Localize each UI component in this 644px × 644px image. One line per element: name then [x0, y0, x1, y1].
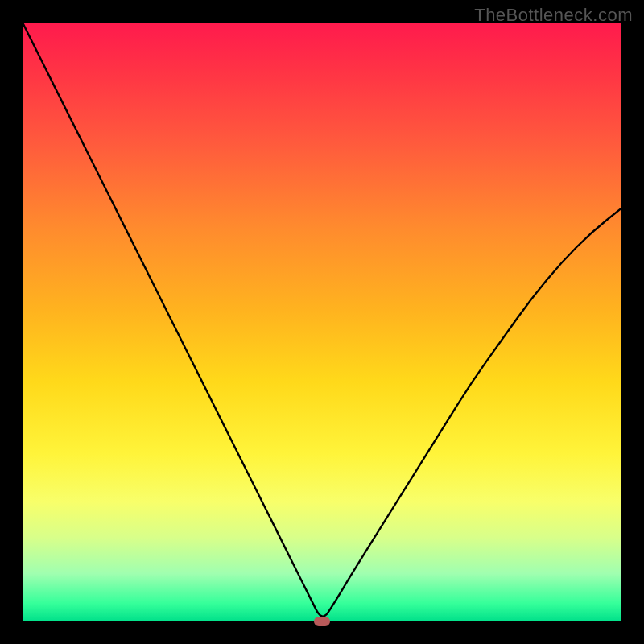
- watermark-text: TheBottleneck.com: [474, 5, 633, 26]
- optimal-point-marker: [314, 617, 330, 626]
- curve-path: [23, 23, 621, 617]
- bottleneck-curve: [23, 23, 621, 621]
- chart-frame: TheBottleneck.com: [0, 0, 644, 644]
- plot-area: [23, 23, 621, 621]
